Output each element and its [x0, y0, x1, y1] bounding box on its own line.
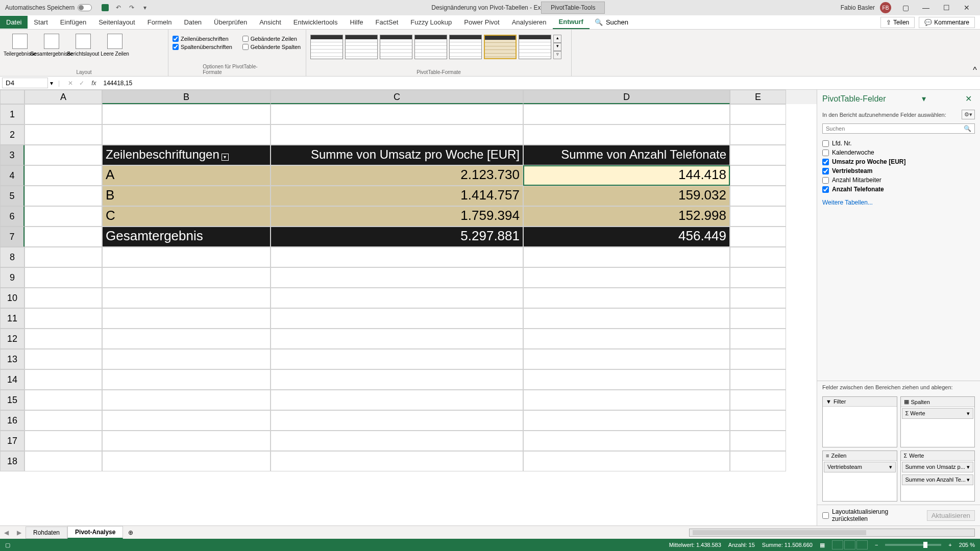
cell[interactable]: [24, 227, 102, 247]
zoom-in-button[interactable]: +: [948, 542, 951, 548]
row-header-3[interactable]: 3: [0, 145, 24, 165]
gear-icon[interactable]: ⚙▾: [962, 110, 975, 119]
cell[interactable]: [102, 308, 271, 329]
cell[interactable]: [102, 124, 271, 145]
style-thumb-4[interactable]: [414, 35, 447, 59]
values-item-umsatz[interactable]: Summe von Umsatz p...▾: [902, 462, 974, 472]
pivot-row-A-v1[interactable]: 2.123.730: [271, 165, 523, 186]
row-header-8[interactable]: 8: [0, 247, 24, 267]
cell[interactable]: [730, 390, 786, 410]
user-avatar[interactable]: FB: [880, 2, 891, 13]
style-thumb-1[interactable]: [310, 35, 343, 59]
cell[interactable]: [730, 165, 786, 186]
pagebreak-view-button[interactable]: [856, 540, 868, 549]
pivot-row-B[interactable]: B: [102, 186, 271, 206]
share-button[interactable]: ⇪Teilen: [880, 17, 915, 28]
cell[interactable]: [24, 145, 102, 165]
normal-view-button[interactable]: [832, 540, 843, 549]
cell[interactable]: [24, 369, 102, 390]
tab-insert[interactable]: Einfügen: [54, 16, 92, 29]
row-header-16[interactable]: 16: [0, 410, 24, 431]
chk-bandedrows[interactable]: Gebänderte Zeilen: [242, 36, 302, 42]
row-header-15[interactable]: 15: [0, 390, 24, 410]
defer-layout-checkbox[interactable]: [822, 512, 829, 519]
subtotals-button[interactable]: Teilergebnisse: [4, 32, 36, 67]
style-thumb-5[interactable]: [449, 35, 482, 59]
qat-dropdown[interactable]: ▾: [140, 3, 150, 13]
cell[interactable]: [102, 431, 271, 451]
cell[interactable]: [730, 369, 786, 390]
cell[interactable]: [730, 267, 786, 288]
close-button[interactable]: ✕: [958, 1, 976, 14]
cell[interactable]: [730, 431, 786, 451]
cell[interactable]: [102, 451, 271, 471]
tab-view[interactable]: Ansicht: [253, 16, 287, 29]
cell[interactable]: [102, 410, 271, 431]
pivot-row-B-v2[interactable]: 159.032: [523, 186, 730, 206]
cell[interactable]: [24, 165, 102, 186]
cell[interactable]: [271, 288, 523, 308]
blankrows-button[interactable]: Leere Zeilen: [99, 32, 131, 67]
cell[interactable]: [24, 186, 102, 206]
col-header-C[interactable]: C: [271, 90, 523, 104]
tell-me-search[interactable]: 🔍 Suchen: [595, 18, 628, 26]
cell[interactable]: [523, 390, 730, 410]
pivot-header-sum1[interactable]: Summe von Umsatz pro Woche [EUR]: [271, 145, 523, 165]
cell[interactable]: [523, 369, 730, 390]
rows-item-vertriebsteam[interactable]: Vertriebsteam▾: [824, 462, 896, 472]
cell[interactable]: [523, 267, 730, 288]
accept-formula-icon[interactable]: ✓: [76, 80, 87, 87]
row-header-14[interactable]: 14: [0, 369, 24, 390]
select-all-cell[interactable]: [0, 90, 24, 104]
pivot-header-rowlabels[interactable]: Zeilenbeschriftungen▾: [102, 145, 271, 165]
cell[interactable]: [271, 308, 523, 329]
cell[interactable]: [271, 431, 523, 451]
pivot-row-B-v1[interactable]: 1.414.757: [271, 186, 523, 206]
zoom-slider[interactable]: [885, 544, 941, 546]
row-header-10[interactable]: 10: [0, 288, 24, 308]
cell[interactable]: [271, 349, 523, 369]
sheet-tab-pivot[interactable]: Pivot-Analyse: [67, 526, 123, 539]
row-header-9[interactable]: 9: [0, 267, 24, 288]
cell[interactable]: [24, 308, 102, 329]
cell[interactable]: [730, 451, 786, 471]
fx-icon[interactable]: fx: [87, 80, 100, 87]
cell[interactable]: [730, 186, 786, 206]
cell[interactable]: [271, 390, 523, 410]
tab-factset[interactable]: FactSet: [370, 16, 405, 29]
pivot-header-sum2[interactable]: Summe von Anzahl Telefonate: [523, 145, 730, 165]
cell[interactable]: [523, 410, 730, 431]
chk-rowheaders[interactable]: Zeilenüberschriften: [173, 36, 233, 42]
cell[interactable]: [523, 124, 730, 145]
col-header-E[interactable]: E: [730, 90, 786, 104]
undo-button[interactable]: ↶: [113, 3, 124, 13]
cell[interactable]: [730, 308, 786, 329]
row-header-5[interactable]: 5: [0, 186, 24, 206]
tab-formulas[interactable]: Formeln: [141, 16, 178, 29]
row-header-12[interactable]: 12: [0, 329, 24, 349]
zoom-level[interactable]: 205 %: [959, 542, 975, 548]
cell[interactable]: [730, 288, 786, 308]
style-thumb-6-selected[interactable]: [484, 35, 517, 59]
values-item-telefonate[interactable]: Summe von Anzahl Te...▾: [902, 474, 974, 485]
toggle-off-icon[interactable]: [78, 4, 92, 11]
chk-bandedcols[interactable]: Gebänderte Spalten: [242, 44, 302, 50]
cell[interactable]: [730, 247, 786, 267]
horizontal-scrollbar[interactable]: [689, 529, 975, 537]
tab-developer[interactable]: Entwicklertools: [287, 16, 344, 29]
add-sheet-button[interactable]: ⊕: [123, 529, 138, 536]
cell[interactable]: [271, 329, 523, 349]
cell[interactable]: [730, 104, 786, 124]
pivot-row-C-v2[interactable]: 152.998: [523, 206, 730, 227]
sheet-nav-prev[interactable]: ◀: [0, 529, 13, 536]
minimize-button[interactable]: —: [917, 1, 935, 14]
cell[interactable]: [523, 349, 730, 369]
field-umsatz[interactable]: Umsatz pro Woche [EUR]: [822, 157, 975, 166]
row-header-17[interactable]: 17: [0, 431, 24, 451]
cell[interactable]: [24, 451, 102, 471]
cell[interactable]: [102, 329, 271, 349]
cell[interactable]: [523, 329, 730, 349]
display-settings-icon[interactable]: ▦: [820, 542, 825, 548]
redo-button[interactable]: ↷: [127, 3, 137, 13]
cell[interactable]: [24, 288, 102, 308]
